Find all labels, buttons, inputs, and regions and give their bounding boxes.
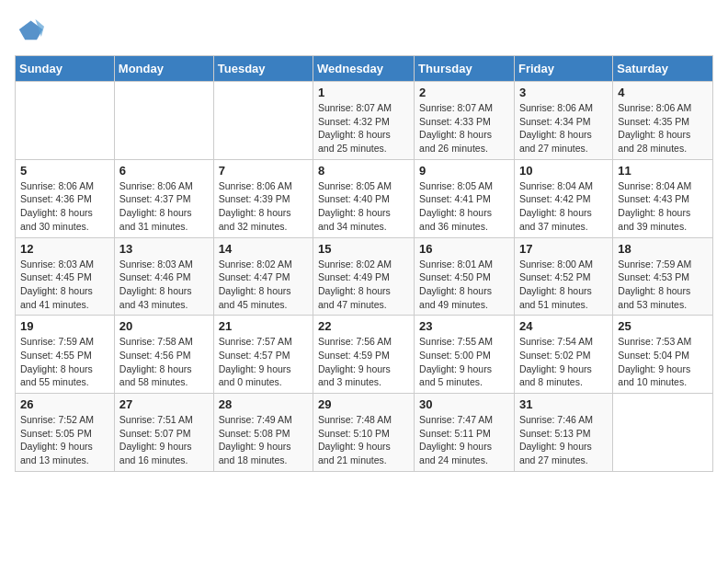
day-info: Sunrise: 7:59 AM Sunset: 4:55 PM Dayligh… (20, 335, 109, 389)
day-number: 24 (519, 319, 608, 333)
calendar-cell: 2Sunrise: 8:07 AM Sunset: 4:33 PM Daylig… (415, 82, 515, 160)
day-number: 23 (419, 319, 509, 333)
day-info: Sunrise: 7:46 AM Sunset: 5:13 PM Dayligh… (519, 413, 608, 467)
day-header-sunday: Sunday (16, 56, 115, 82)
day-info: Sunrise: 8:05 AM Sunset: 4:41 PM Dayligh… (419, 179, 509, 234)
day-number: 26 (20, 397, 109, 411)
calendar-cell: 18Sunrise: 7:59 AM Sunset: 4:53 PM Dayli… (613, 237, 713, 316)
day-number: 14 (219, 242, 308, 256)
calendar-cell: 24Sunrise: 7:54 AM Sunset: 5:02 PM Dayli… (514, 316, 612, 394)
day-header-thursday: Thursday (415, 56, 515, 82)
day-number: 10 (519, 164, 608, 178)
day-number: 7 (219, 164, 308, 178)
day-number: 4 (618, 86, 708, 99)
day-number: 22 (318, 319, 409, 333)
day-info: Sunrise: 8:02 AM Sunset: 4:47 PM Dayligh… (219, 258, 308, 312)
day-number: 15 (318, 242, 409, 256)
day-info: Sunrise: 8:06 AM Sunset: 4:39 PM Dayligh… (219, 179, 308, 234)
day-info: Sunrise: 8:06 AM Sunset: 4:34 PM Dayligh… (519, 101, 608, 155)
calendar-cell: 27Sunrise: 7:51 AM Sunset: 5:07 PM Dayli… (114, 394, 213, 472)
calendar-cell: 1Sunrise: 8:07 AM Sunset: 4:32 PM Daylig… (313, 82, 415, 160)
calendar-cell: 13Sunrise: 8:03 AM Sunset: 4:46 PM Dayli… (114, 237, 213, 316)
day-number: 6 (119, 164, 209, 178)
calendar-cell: 7Sunrise: 8:06 AM Sunset: 4:39 PM Daylig… (213, 159, 313, 237)
calendar-cell: 8Sunrise: 8:05 AM Sunset: 4:40 PM Daylig… (313, 159, 415, 237)
calendar-cell: 9Sunrise: 8:05 AM Sunset: 4:41 PM Daylig… (415, 159, 515, 237)
day-number: 27 (119, 397, 209, 411)
day-number: 19 (20, 319, 109, 333)
day-number: 1 (318, 86, 409, 99)
day-info: Sunrise: 8:05 AM Sunset: 4:40 PM Dayligh… (318, 179, 409, 234)
page-header (15, 15, 713, 44)
day-number: 25 (618, 319, 708, 333)
day-info: Sunrise: 7:56 AM Sunset: 4:59 PM Dayligh… (318, 335, 409, 389)
day-info: Sunrise: 8:06 AM Sunset: 4:35 PM Dayligh… (618, 101, 708, 155)
calendar-cell (613, 394, 713, 472)
day-header-tuesday: Tuesday (213, 56, 313, 82)
calendar-cell: 4Sunrise: 8:06 AM Sunset: 4:35 PM Daylig… (613, 82, 713, 160)
day-number: 31 (519, 397, 608, 411)
calendar-table: SundayMondayTuesdayWednesdayThursdayFrid… (15, 55, 713, 472)
day-number: 30 (419, 397, 509, 411)
week-row-5: 26Sunrise: 7:52 AM Sunset: 5:05 PM Dayli… (16, 394, 713, 472)
day-number: 13 (119, 242, 209, 256)
day-info: Sunrise: 8:02 AM Sunset: 4:49 PM Dayligh… (318, 258, 409, 312)
calendar-cell: 28Sunrise: 7:49 AM Sunset: 5:08 PM Dayli… (213, 394, 313, 472)
calendar-cell: 29Sunrise: 7:48 AM Sunset: 5:10 PM Dayli… (313, 394, 415, 472)
calendar-cell: 19Sunrise: 7:59 AM Sunset: 4:55 PM Dayli… (16, 316, 115, 394)
day-number: 18 (618, 242, 708, 256)
day-info: Sunrise: 7:47 AM Sunset: 5:11 PM Dayligh… (419, 413, 509, 467)
calendar-cell: 5Sunrise: 8:06 AM Sunset: 4:36 PM Daylig… (16, 159, 115, 237)
calendar-cell: 20Sunrise: 7:58 AM Sunset: 4:56 PM Dayli… (114, 316, 213, 394)
day-info: Sunrise: 8:04 AM Sunset: 4:42 PM Dayligh… (519, 179, 608, 234)
day-number: 3 (519, 86, 608, 99)
calendar-cell: 11Sunrise: 8:04 AM Sunset: 4:43 PM Dayli… (613, 159, 713, 237)
day-number: 16 (419, 242, 509, 256)
calendar-cell (213, 82, 313, 160)
calendar-cell: 12Sunrise: 8:03 AM Sunset: 4:45 PM Dayli… (16, 237, 115, 316)
day-info: Sunrise: 8:07 AM Sunset: 4:32 PM Dayligh… (318, 101, 409, 155)
calendar-cell: 31Sunrise: 7:46 AM Sunset: 5:13 PM Dayli… (514, 394, 612, 472)
calendar-cell: 25Sunrise: 7:53 AM Sunset: 5:04 PM Dayli… (613, 316, 713, 394)
calendar-cell: 17Sunrise: 8:00 AM Sunset: 4:52 PM Dayli… (514, 237, 612, 316)
calendar-cell: 21Sunrise: 7:57 AM Sunset: 4:57 PM Dayli… (213, 316, 313, 394)
calendar-cell (16, 82, 115, 160)
day-number: 9 (419, 164, 509, 178)
calendar-cell: 16Sunrise: 8:01 AM Sunset: 4:50 PM Dayli… (415, 237, 515, 316)
week-row-3: 12Sunrise: 8:03 AM Sunset: 4:45 PM Dayli… (16, 237, 713, 316)
day-number: 17 (519, 242, 608, 256)
calendar-cell: 22Sunrise: 7:56 AM Sunset: 4:59 PM Dayli… (313, 316, 415, 394)
calendar-cell: 30Sunrise: 7:47 AM Sunset: 5:11 PM Dayli… (415, 394, 515, 472)
day-header-saturday: Saturday (613, 56, 713, 82)
day-info: Sunrise: 8:03 AM Sunset: 4:46 PM Dayligh… (119, 258, 209, 312)
day-info: Sunrise: 8:06 AM Sunset: 4:36 PM Dayligh… (20, 179, 109, 234)
logo (15, 15, 48, 44)
day-info: Sunrise: 7:49 AM Sunset: 5:08 PM Dayligh… (219, 413, 308, 467)
calendar-cell: 3Sunrise: 8:06 AM Sunset: 4:34 PM Daylig… (514, 82, 612, 160)
calendar-cell: 10Sunrise: 8:04 AM Sunset: 4:42 PM Dayli… (514, 159, 612, 237)
day-info: Sunrise: 8:07 AM Sunset: 4:33 PM Dayligh… (419, 101, 509, 155)
day-info: Sunrise: 8:01 AM Sunset: 4:50 PM Dayligh… (419, 258, 509, 312)
day-header-friday: Friday (514, 56, 612, 82)
calendar-cell: 6Sunrise: 8:06 AM Sunset: 4:37 PM Daylig… (114, 159, 213, 237)
day-info: Sunrise: 8:03 AM Sunset: 4:45 PM Dayligh… (20, 258, 109, 312)
day-info: Sunrise: 7:51 AM Sunset: 5:07 PM Dayligh… (119, 413, 209, 467)
day-info: Sunrise: 7:54 AM Sunset: 5:02 PM Dayligh… (519, 335, 608, 389)
day-number: 2 (419, 86, 509, 99)
calendar-cell: 15Sunrise: 8:02 AM Sunset: 4:49 PM Dayli… (313, 237, 415, 316)
logo-icon (15, 15, 44, 44)
day-info: Sunrise: 8:04 AM Sunset: 4:43 PM Dayligh… (618, 179, 708, 234)
day-number: 28 (219, 397, 308, 411)
calendar-cell: 23Sunrise: 7:55 AM Sunset: 5:00 PM Dayli… (415, 316, 515, 394)
day-number: 8 (318, 164, 409, 178)
day-number: 5 (20, 164, 109, 178)
week-row-4: 19Sunrise: 7:59 AM Sunset: 4:55 PM Dayli… (16, 316, 713, 394)
week-row-1: 1Sunrise: 8:07 AM Sunset: 4:32 PM Daylig… (16, 82, 713, 160)
day-info: Sunrise: 7:48 AM Sunset: 5:10 PM Dayligh… (318, 413, 409, 467)
calendar-cell: 14Sunrise: 8:02 AM Sunset: 4:47 PM Dayli… (213, 237, 313, 316)
day-info: Sunrise: 7:58 AM Sunset: 4:56 PM Dayligh… (119, 335, 209, 389)
day-info: Sunrise: 7:52 AM Sunset: 5:05 PM Dayligh… (20, 413, 109, 467)
week-row-2: 5Sunrise: 8:06 AM Sunset: 4:36 PM Daylig… (16, 159, 713, 237)
day-number: 11 (618, 164, 708, 178)
day-info: Sunrise: 7:55 AM Sunset: 5:00 PM Dayligh… (419, 335, 509, 389)
